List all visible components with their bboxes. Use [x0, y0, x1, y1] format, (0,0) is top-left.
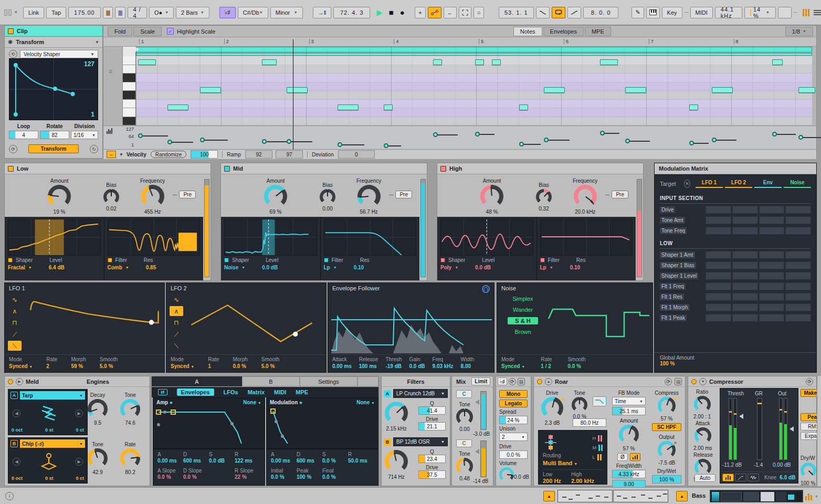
high-frequency-knob[interactable]	[574, 185, 597, 208]
device-on-toggle[interactable]	[8, 379, 13, 384]
subtab-midi[interactable]: MIDI	[274, 389, 286, 395]
tempo-field[interactable]: 175.00	[68, 7, 101, 18]
fb-freeze-button[interactable]	[630, 453, 640, 461]
midi-note[interactable]	[689, 104, 698, 110]
velocity-marker[interactable]	[138, 133, 143, 138]
mono-button[interactable]: Mono	[499, 390, 528, 398]
midi-map-button[interactable]: MIDI	[690, 7, 713, 18]
follow-button[interactable]: →‖	[313, 7, 332, 18]
high-pre-button[interactable]: Pre	[612, 191, 628, 198]
cpu-meter[interactable]: 14 %▼	[744, 7, 776, 18]
transfer-curve-button[interactable]	[735, 474, 746, 481]
low-filter-res[interactable]: 0.85	[146, 265, 156, 270]
matrix-column-lfo1[interactable]: LFO 1	[696, 180, 723, 188]
matrix-cell[interactable]	[759, 293, 785, 301]
matrix-cell[interactable]	[759, 303, 785, 311]
matrix-cell[interactable]	[785, 227, 811, 235]
time-signature-field[interactable]: 4 / 4	[128, 7, 147, 18]
matrix-column-lfo2[interactable]: LFO 2	[725, 180, 752, 188]
dry-wet-knob[interactable]	[801, 463, 816, 478]
subtab-envelopes[interactable]: Envelopes	[177, 388, 214, 396]
stop-button[interactable]: ■	[389, 8, 394, 17]
engine-b-osc-menu[interactable]: Chip (♭♯)▼	[20, 439, 85, 448]
noise-mode-menu[interactable]: Synced ▼	[501, 363, 525, 369]
matrix-cell[interactable]	[732, 303, 758, 311]
modulation-envelope-display[interactable]: Modulation ●None ▼	[266, 397, 378, 449]
velocity-lane[interactable]: 127 64 1	[103, 125, 816, 150]
mod-env-value[interactable]: 0.00 ms	[271, 458, 297, 464]
midi-note[interactable]	[544, 87, 565, 93]
matrix-cell[interactable]	[706, 293, 731, 301]
filter-a-drive-field[interactable]: 21.1	[418, 422, 446, 430]
browser-view-toggle[interactable]	[814, 10, 821, 15]
piano-key[interactable]	[123, 91, 135, 100]
velocity-marker[interactable]	[167, 140, 172, 144]
matrix-cell[interactable]	[732, 293, 758, 301]
transform-section-header[interactable]: ❋Transform▼	[5, 37, 102, 48]
filter-a-freq-knob[interactable]	[385, 402, 408, 425]
clip-overview-toggle[interactable]: ▲	[543, 491, 555, 501]
high-filter-res[interactable]: 0.10	[570, 265, 580, 270]
amp-env-value[interactable]: 22 %	[235, 474, 260, 480]
metronome-button[interactable]: O●▼	[149, 7, 174, 18]
rotate-field[interactable]: 82	[40, 131, 69, 139]
output-value[interactable]: 0.00 dB	[773, 462, 791, 468]
midi-note[interactable]	[475, 59, 484, 65]
midi-note[interactable]	[138, 59, 156, 65]
noise-type-2[interactable]: S & H	[508, 317, 538, 324]
envfollower-param[interactable]: 8.00	[461, 363, 475, 369]
lfo-wave-3[interactable]: ⟋	[170, 329, 183, 339]
matrix-cell[interactable]	[732, 251, 758, 259]
midi-note[interactable]	[772, 59, 783, 65]
clip-overview-2[interactable]	[613, 490, 668, 502]
grid-menu[interactable]: 1/8▼	[785, 27, 813, 36]
tap-tempo-button[interactable]: Tap	[46, 7, 66, 18]
band-enable-checkbox[interactable]	[224, 166, 230, 172]
compress-knob[interactable]	[658, 397, 676, 415]
matrix-cell[interactable]	[732, 261, 758, 269]
piano-key[interactable]	[123, 65, 135, 74]
lfo1-mode-menu[interactable]: Synced ▼	[9, 363, 33, 369]
matrix-cell[interactable]	[706, 303, 731, 311]
roar-tone-knob[interactable]	[572, 397, 587, 413]
mid-filter-res[interactable]: 0.10	[354, 265, 364, 270]
quantize-menu[interactable]: 2 Bars▼	[176, 7, 209, 18]
unison-menu[interactable]: 2▼	[499, 433, 528, 441]
subtab-lfos[interactable]: LFOs	[224, 389, 238, 395]
velocity-marker[interactable]	[712, 138, 717, 142]
nudge-up-button[interactable]: ||||	[115, 7, 125, 18]
lfo-wave-0[interactable]: ∿	[8, 295, 22, 304]
midi-note[interactable]	[712, 87, 733, 93]
loop-count-field[interactable]: 4	[9, 131, 38, 139]
limit-button[interactable]: Limit	[471, 377, 490, 385]
piano-key[interactable]	[123, 108, 135, 117]
engine-a-decay-knob[interactable]	[88, 399, 108, 419]
matrix-cell[interactable]	[706, 227, 731, 235]
lfo2-rate[interactable]: 1	[208, 363, 219, 369]
matrix-cell[interactable]	[785, 261, 811, 269]
piano-key[interactable]	[123, 74, 135, 82]
band-enable-checkbox[interactable]	[8, 166, 14, 172]
lfo1-smooth[interactable]: 5.0 %	[100, 363, 118, 369]
mix-b-level-meter[interactable]	[480, 440, 487, 477]
midi-note[interactable]	[287, 87, 308, 93]
mix-b-crossfade-button[interactable]: C	[456, 439, 472, 447]
chevron-down-icon[interactable]: ▼	[14, 10, 18, 15]
attack-knob[interactable]	[694, 427, 711, 444]
nudge-down-button[interactable]: ||||	[103, 7, 113, 18]
volume-value[interactable]: 0.0 dB	[514, 474, 529, 480]
ramp-end-field[interactable]: 97	[276, 150, 303, 159]
tab-engine-a[interactable]: A	[152, 376, 242, 386]
output-knob[interactable]	[658, 441, 676, 459]
mid-shaper-level[interactable]: 0.0 dB	[262, 265, 278, 270]
ratio-knob[interactable]	[694, 396, 711, 413]
collapsed-view-button[interactable]	[722, 474, 734, 481]
mid-pre-button[interactable]: Pre	[395, 191, 412, 198]
midi-note[interactable]	[798, 87, 815, 93]
mixer-view-toggle[interactable]	[803, 9, 809, 16]
velocity-marker[interactable]	[798, 135, 803, 140]
midi-note[interactable]	[625, 87, 646, 93]
high-shaper-level[interactable]: 0.0 dB	[475, 265, 491, 270]
randomize-button[interactable]: Randomize	[151, 151, 187, 158]
knee-value[interactable]: 6.0 dB	[780, 475, 795, 480]
